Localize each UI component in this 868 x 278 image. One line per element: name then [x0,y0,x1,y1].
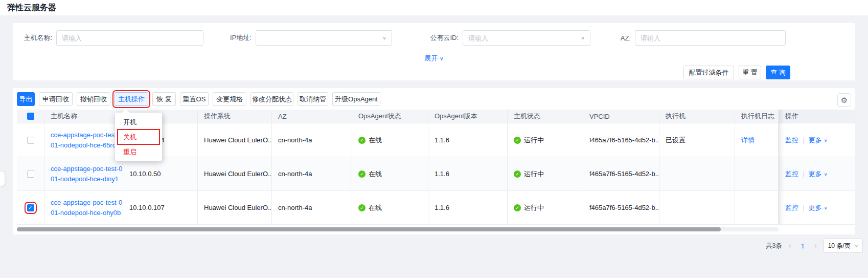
hostname-cell: cce-appstage-poc-test-0 01-nodepool-hce-… [44,157,123,191]
export-button[interactable]: 导出 [17,92,35,106]
os-cell: Huawei Cloud EulerO... [198,123,272,157]
page-title: 弹性云服务器 [7,3,56,13]
chevron-down-icon: ∨ [824,172,827,177]
horizontal-scrollbar-track[interactable] [17,227,779,231]
az-label: AZ: [603,34,635,42]
menu-item-power-off[interactable]: 关机 [118,130,159,144]
top-bar: 弹性云服务器 [0,0,868,15]
success-check-icon: ✓ [514,204,521,211]
menu-item-reboot[interactable]: 重启 [115,144,162,159]
separator: | [803,136,804,144]
filter-panel: 主机名称: IP地址: ∨ 公有云ID: ∨ AZ: 展开 ∨ 配置过滤条件 重… [13,23,855,80]
row-checkbox[interactable] [27,170,34,178]
hostname-link[interactable]: cce-appstage-poc-test-0 [51,198,122,208]
row-checkbox[interactable] [27,137,34,144]
success-check-icon: ✓ [514,170,521,178]
change-spec-button[interactable]: 变更规格 [213,92,246,106]
header-cell-az: AZ [272,110,352,123]
reset-button[interactable]: 重 置 [739,66,761,79]
success-check-icon: ✓ [358,204,366,211]
az-cell: cn-north-4a [272,191,352,225]
drawer-handle[interactable] [0,171,5,186]
ip-cell: 10.10.0.107 [123,191,198,225]
configure-filter-button[interactable]: 配置过滤条件 [683,66,734,79]
search-button[interactable]: 查 询 [766,66,790,79]
table-settings-button[interactable]: ⚙ [837,93,851,107]
success-check-icon: ✓ [358,137,366,144]
prev-page-icon[interactable]: ‹ [788,242,791,250]
chevron-down-icon: ∨ [382,35,386,40]
cancel-manage-button[interactable]: 取消纳管 [298,92,328,106]
upgrade-opsagent-button[interactable]: 升级OpsAgent [332,92,380,106]
header-cell-vpcid: VPCID [583,110,659,123]
pagination: 共3条 ‹ 1 › 10 条/页∨ [766,239,863,253]
row-checkbox-checked[interactable]: ✓ [27,204,34,211]
filter-group-hostname: 主机名称: [18,30,203,46]
header-cell-executor-log: 执行机日志 [735,110,779,123]
expand-row: 展开 ∨ [13,54,855,63]
server-table-panel: 导出 申请回收 撤销回收 主机操作 恢 复 重置OS 变更规格 修改分配状态 取… [13,88,855,234]
more-link[interactable]: 更多∨ [808,169,827,179]
host-operation-button[interactable]: 主机操作 [115,92,148,106]
hostname-link[interactable]: cce-appstage-poc-test-0 [51,164,122,174]
hostname-input[interactable] [62,34,198,42]
modify-allocation-button[interactable]: 修改分配状态 [250,92,293,106]
actions-cell: 监控 | 更多∨ [779,157,855,191]
agent-status-cell: ✓在线 [352,123,428,157]
page-number[interactable]: 1 [797,242,808,250]
more-link[interactable]: 更多∨ [808,136,827,145]
cloudid-input[interactable] [468,34,581,42]
table-row: cce-appstage-poc-test-0 01-nodepool-hce-… [17,157,855,191]
header-cell-host-status: 主机状态 [508,110,583,123]
monitor-link[interactable]: 监控 [785,136,798,145]
expand-link[interactable]: 展开 ∨ [424,54,444,62]
monitor-link[interactable]: 监控 [785,169,798,179]
vpcid-cell: f465a7f6-5165-4d52-b... [583,157,659,191]
ip-label: IP地址: [220,33,256,42]
menu-item-power-on[interactable]: 开机 [115,115,162,130]
check-icon: ✓ [28,205,32,210]
separator: | [803,170,804,178]
executor-cell [659,157,735,191]
agent-status-cell: ✓在线 [352,191,428,225]
success-check-icon: ✓ [514,137,521,144]
monitor-link[interactable]: 监控 [785,203,798,212]
ip-select[interactable]: ∨ [256,30,392,46]
executor-log-cell [735,191,779,225]
chevron-down-icon: ∨ [824,138,827,143]
hostname-link[interactable]: 01-nodepool-hce-65rom [51,140,122,151]
cancel-recycle-button[interactable]: 撤销回收 [77,92,110,106]
detail-link[interactable]: 详情 [741,136,755,145]
hostname-link[interactable]: cce-appstage-poc-test-0 [51,130,122,140]
request-recycle-button[interactable]: 申请回收 [39,92,73,106]
page-size-select[interactable]: 10 条/页∨ [824,239,863,253]
os-cell: Huawei Cloud EulerO... [198,157,272,191]
reset-os-button[interactable]: 重置OS [180,92,209,106]
horizontal-scrollbar-thumb[interactable] [17,227,721,231]
next-page-icon[interactable]: › [814,242,817,250]
header-cell-agent-version: OpsAgent版本 [428,110,508,123]
table-toolbar: 导出 申请回收 撤销回收 主机操作 恢 复 重置OS 变更规格 修改分配状态 取… [17,92,380,106]
minus-icon: – [29,114,32,119]
chevron-down-icon: ∨ [824,206,827,210]
az-input[interactable] [641,34,780,42]
filter-group-cloudid: 公有云ID: ∨ [419,30,590,46]
hostname-label: 主机名称: [18,33,56,42]
agent-version-cell: 1.1.6 [428,123,508,157]
executor-log-cell [735,157,779,191]
total-count: 共3条 [766,242,782,250]
more-link[interactable]: 更多∨ [808,203,827,212]
host-status-cell: ✓运行中 [508,191,583,225]
restore-button[interactable]: 恢 复 [152,92,176,106]
os-cell: Huawei Cloud EulerO... [198,191,272,225]
header-cell-executor: 执行机 [659,110,735,123]
executor-log-cell: 详情 [735,123,779,157]
hostname-link[interactable]: 01-nodepool-hce-ohy0b [51,208,121,218]
cloudid-select-input[interactable]: ∨ [463,30,590,46]
hostname-link[interactable]: 01-nodepool-hce-diny1 [51,174,119,184]
actions-cell: 监控 | 更多∨ [779,123,855,157]
agent-version-cell: 1.1.6 [428,191,508,225]
ip-cell: 10.10.0.50 [123,157,198,191]
executor-cell: 已设置 [659,123,735,157]
select-all-checkbox[interactable]: – [27,113,34,120]
